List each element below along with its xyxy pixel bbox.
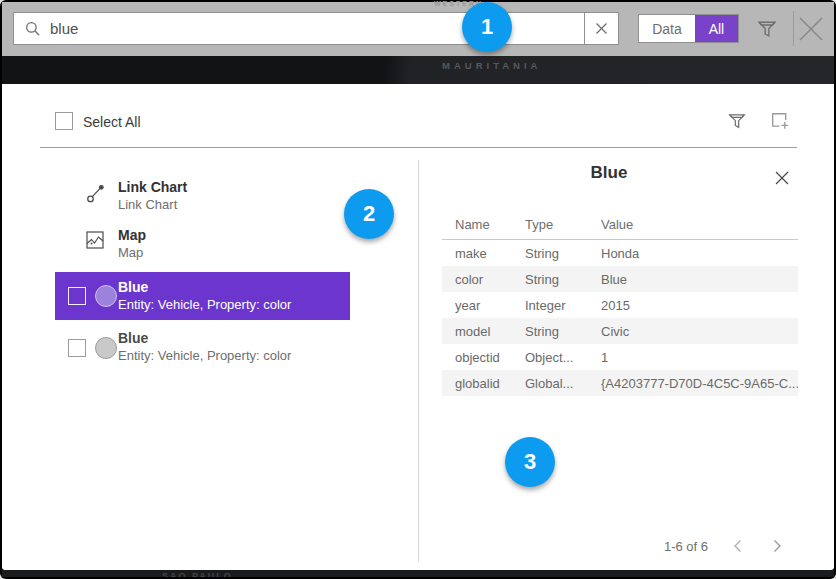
select-all-checkbox[interactable] [55, 112, 73, 130]
result-item-link-chart[interactable]: Link Chart Link Chart [55, 178, 350, 214]
column-header-value: Value [601, 217, 798, 232]
result-subtitle: Link Chart [118, 196, 187, 213]
pagination-label: 1-6 of 6 [664, 539, 708, 554]
map-icon [85, 230, 107, 252]
entity-circle-icon [95, 285, 117, 307]
table-row: year Integer 2015 [442, 292, 798, 318]
attribute-table: Name Type Value make String Honda color … [442, 210, 798, 396]
chevron-left-icon[interactable] [724, 533, 750, 559]
panel-header-divider [40, 147, 797, 148]
table-row: objectid Object... 1 [442, 344, 798, 370]
map-background: MAURITANIA [2, 56, 834, 84]
link-chart-icon [85, 182, 107, 204]
table-row: globalid Global... {A4203777-D70D-4C5C-9… [442, 370, 798, 396]
result-subtitle: Map [118, 244, 146, 261]
map-bottom-strip: SAO PAULO [2, 570, 834, 577]
callout-badge-1: 1 [462, 2, 512, 52]
clear-search-icon[interactable] [584, 13, 618, 44]
scope-toggle: Data All [638, 14, 739, 43]
results-filter-icon[interactable] [727, 111, 747, 131]
chevron-right-icon[interactable] [764, 533, 790, 559]
table-row: color String Blue [442, 266, 798, 292]
result-item-map[interactable]: Map Map [55, 226, 350, 262]
scope-option-data[interactable]: Data [639, 15, 695, 42]
pagination: 1-6 of 6 [664, 533, 790, 559]
column-header-name: Name [455, 217, 525, 232]
screenshot-frame: WESTERN Data All MAURITANIA Select All [0, 0, 836, 579]
callout-badge-2: 2 [344, 189, 394, 239]
filter-icon[interactable] [756, 18, 778, 40]
scope-option-all[interactable]: All [695, 15, 738, 42]
result-checkbox[interactable] [68, 339, 86, 357]
entity-circle-icon [95, 337, 117, 359]
search-results-panel: Select All Link Chart Link Chart [2, 84, 834, 570]
map-label-mauritania: MAURITANIA [442, 60, 541, 71]
details-pane: Blue Name Type Value make String Honda [418, 155, 800, 562]
result-subtitle: Entity: Vehicle, Property: color [118, 296, 291, 313]
map-label-fragment-bottom: SAO PAULO [162, 571, 233, 577]
add-selection-icon[interactable] [769, 110, 790, 131]
search-toolbar: WESTERN Data All [2, 2, 834, 56]
table-row: make String Honda [442, 240, 798, 266]
search-box [13, 12, 619, 45]
table-header-row: Name Type Value [442, 210, 798, 240]
result-title: Link Chart [118, 179, 187, 196]
column-header-type: Type [525, 217, 601, 232]
result-checkbox[interactable] [68, 287, 86, 305]
close-icon[interactable] [796, 14, 826, 44]
details-close-icon[interactable] [774, 169, 792, 187]
callout-badge-3: 3 [505, 437, 555, 487]
table-row: model String Civic [442, 318, 798, 344]
result-subtitle: Entity: Vehicle, Property: color [118, 347, 291, 364]
result-title: Map [118, 227, 146, 244]
details-title: Blue [418, 163, 800, 183]
result-item-blue[interactable]: Blue Entity: Vehicle, Property: color [55, 325, 350, 371]
search-icon [25, 21, 41, 37]
result-title: Blue [118, 330, 291, 347]
toolbar-divider [793, 11, 794, 46]
select-all-label: Select All [83, 114, 141, 130]
result-title: Blue [118, 279, 291, 296]
result-item-blue-selected[interactable]: Blue Entity: Vehicle, Property: color [55, 272, 350, 320]
